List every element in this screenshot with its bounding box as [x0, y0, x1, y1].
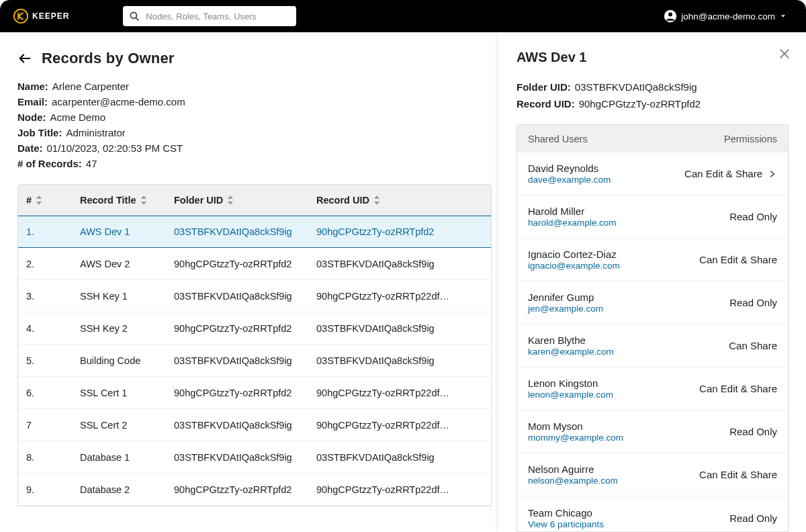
- th-folder[interactable]: Folder UID: [174, 195, 316, 206]
- detail-panel: AWS Dev 1 Folder UID:03STBFKVDAtIQa8ckSf…: [498, 32, 806, 532]
- cell-folder: 03STBFKVDAtIQa8ckSf9ig: [174, 355, 316, 366]
- shared-user-email[interactable]: karen@example.com: [528, 347, 614, 357]
- close-icon[interactable]: [778, 47, 791, 60]
- th-record[interactable]: Record UID: [316, 195, 483, 206]
- search-input-wrapper[interactable]: [123, 6, 296, 26]
- shared-user-email[interactable]: nelson@example.com: [528, 476, 618, 486]
- cell-record: 90hgCPGtzzTy-ozRRTp22df…: [316, 388, 483, 398]
- shared-user-row[interactable]: David Reynoldsdave@example.comCan Edit &…: [517, 152, 788, 195]
- recorduid-label: Record UID:: [517, 98, 575, 109]
- th-title[interactable]: Record Title: [80, 195, 174, 206]
- records-table: # Record Title Folder UID Record UID 1.A…: [17, 184, 492, 506]
- cell-folder: 90hgCPGtzzTy-ozRRTpfd2: [174, 388, 316, 398]
- permission-value: Can Edit & Share: [699, 383, 777, 394]
- table-row[interactable]: 9.Database 290hgCPGtzzTy-ozRRTpfd290hgCP…: [18, 474, 491, 506]
- cell-num: 5.: [26, 355, 80, 366]
- shared-user-name: Harold Miller: [528, 206, 617, 217]
- shared-user-email[interactable]: harold@example.com: [528, 218, 617, 228]
- cell-folder: 90hgCPGtzzTy-ozRRTpfd2: [174, 259, 316, 269]
- shared-user-email[interactable]: dave@example.com: [528, 175, 611, 185]
- shared-user-email[interactable]: lenon@example.com: [528, 390, 613, 400]
- svg-point-0: [14, 9, 28, 23]
- search-icon: [128, 10, 140, 22]
- table-row[interactable]: 5.Building Code03STBFKVDAtIQa8ckSf9ig03S…: [18, 345, 491, 377]
- logo-text: KEEPER: [32, 11, 69, 21]
- shared-user-row[interactable]: Ignacio Cortez-Diazignacio@example.comCa…: [517, 238, 788, 281]
- owner-metadata: Name:Arlene Carpenter Email:acarpenter@a…: [17, 81, 492, 169]
- table-row[interactable]: 4.SSH Key 290hgCPGtzzTy-ozRRTpfd203STBFK…: [18, 312, 491, 345]
- permission-value: Can Edit & Share: [684, 168, 762, 179]
- cell-record: 03STBFKVDAtIQa8ckSf9ig: [316, 355, 483, 366]
- table-row[interactable]: 7SSL Cert 203STBFKVDAtIQa8ckSf9ig90hgCPG…: [18, 409, 491, 441]
- shared-user-row[interactable]: Nelson Aguirrenelson@example.comCan Edit…: [517, 453, 788, 496]
- cell-num: 7: [26, 420, 80, 431]
- cell-record: 90hgCPGtzzTy-ozRRTp22df…: [316, 420, 483, 431]
- permission-value: Can Edit & Share: [699, 469, 777, 480]
- cell-folder: 03STBFKVDAtIQa8ckSf9ig: [174, 291, 316, 302]
- shared-user-name: Ignacio Cortez-Diaz: [528, 249, 620, 260]
- shared-user-row[interactable]: Lenon Kingstonlenon@example.comCan Edit …: [517, 367, 788, 410]
- sort-icon: [227, 195, 234, 205]
- shared-user-email[interactable]: mommy@example.com: [528, 433, 623, 443]
- page-title: Records by Owner: [42, 50, 175, 67]
- folderuid-label: Folder UID:: [517, 81, 571, 93]
- th-num[interactable]: #: [26, 195, 80, 206]
- shared-user-row[interactable]: Jennifer Gumpjen@example.comRead Only: [517, 281, 788, 324]
- cell-title: Building Code: [80, 355, 174, 366]
- logo: KEEPER: [13, 9, 69, 24]
- table-row[interactable]: 2.AWS Dev 290hgCPGtzzTy-ozRRTpfd203STBFK…: [18, 248, 491, 280]
- cell-num: 4.: [26, 323, 80, 334]
- date-label: Date:: [17, 142, 43, 154]
- cell-title: SSL Cert 2: [80, 420, 174, 431]
- search-input[interactable]: [146, 11, 291, 21]
- node-label: Node:: [17, 112, 46, 123]
- shared-user-row[interactable]: Karen Blythekaren@example.comCan Share: [517, 324, 788, 367]
- shared-user-name: Karen Blythe: [528, 335, 614, 346]
- reccount-value: 47: [86, 158, 97, 169]
- reccount-label: # of Records:: [17, 158, 82, 169]
- jobtitle-value: Administrator: [66, 127, 125, 138]
- shared-user-row[interactable]: Team ChicagoView 6 participantsRead Only: [517, 496, 788, 532]
- email-value: acarpenter@acme-demo.com: [52, 96, 185, 107]
- shared-users-header: Shared Users Permissions: [517, 124, 789, 152]
- permission-value: Can Share: [729, 340, 777, 351]
- table-header-row: # Record Title Folder UID Record UID: [18, 185, 491, 216]
- email-label: Email:: [17, 96, 48, 107]
- cell-title: Database 2: [80, 484, 174, 495]
- cell-record: 90hgCPGtzzTy-ozRRTp22df…: [316, 291, 483, 302]
- table-row[interactable]: 3.SSH Key 103STBFKVDAtIQa8ckSf9ig90hgCPG…: [18, 280, 491, 312]
- cell-num: 2.: [26, 259, 80, 269]
- shared-user-email[interactable]: ignacio@example.com: [528, 261, 620, 271]
- svg-point-4: [668, 13, 672, 17]
- user-avatar-icon: [664, 9, 677, 23]
- shared-user-name: Mom Myson: [528, 420, 623, 432]
- svg-point-1: [131, 12, 137, 18]
- cell-title: SSH Key 1: [80, 291, 174, 302]
- table-row[interactable]: 8.Database 103STBFKVDAtIQa8ckSf9ig03STBF…: [18, 441, 491, 474]
- table-row[interactable]: 6.SSL Cert 190hgCPGtzzTy-ozRRTpfd290hgCP…: [18, 377, 491, 409]
- back-arrow-icon[interactable]: [17, 51, 32, 66]
- sort-icon: [140, 195, 147, 205]
- view-participants-link[interactable]: View 6 participants: [528, 519, 604, 529]
- table-row[interactable]: 1.AWS Dev 103STBFKVDAtIQa8ckSf9ig90hgCPG…: [18, 216, 491, 248]
- cell-num: 1.: [26, 226, 80, 237]
- shared-user-email[interactable]: jen@example.com: [528, 304, 603, 314]
- cell-num: 9.: [26, 484, 80, 495]
- cell-title: Database 1: [80, 452, 174, 463]
- permission-value: Read Only: [729, 297, 777, 308]
- shared-user-row[interactable]: Harold Millerharold@example.comRead Only: [517, 195, 788, 238]
- cell-folder: 03STBFKVDAtIQa8ckSf9ig: [174, 452, 316, 463]
- permission-value: Read Only: [729, 513, 777, 524]
- permission-value: Read Only: [729, 211, 777, 222]
- shared-user-name: Lenon Kingston: [528, 378, 613, 389]
- keeper-logo-icon: [13, 9, 28, 24]
- cell-title: AWS Dev 1: [80, 226, 174, 237]
- chevron-right-icon[interactable]: [768, 169, 777, 179]
- table-body: 1.AWS Dev 103STBFKVDAtIQa8ckSf9ig90hgCPG…: [18, 216, 491, 506]
- shared-users-list: David Reynoldsdave@example.comCan Edit &…: [517, 152, 789, 532]
- shared-user-row[interactable]: Mom Mysonmommy@example.comRead Only: [517, 410, 788, 453]
- cell-num: 6.: [26, 388, 80, 398]
- date-value: 01/10/2023, 02:20:53 PM CST: [47, 142, 183, 154]
- user-menu[interactable]: john@acme-demo.com: [664, 9, 787, 23]
- permission-value: Can Edit & Share: [699, 254, 777, 265]
